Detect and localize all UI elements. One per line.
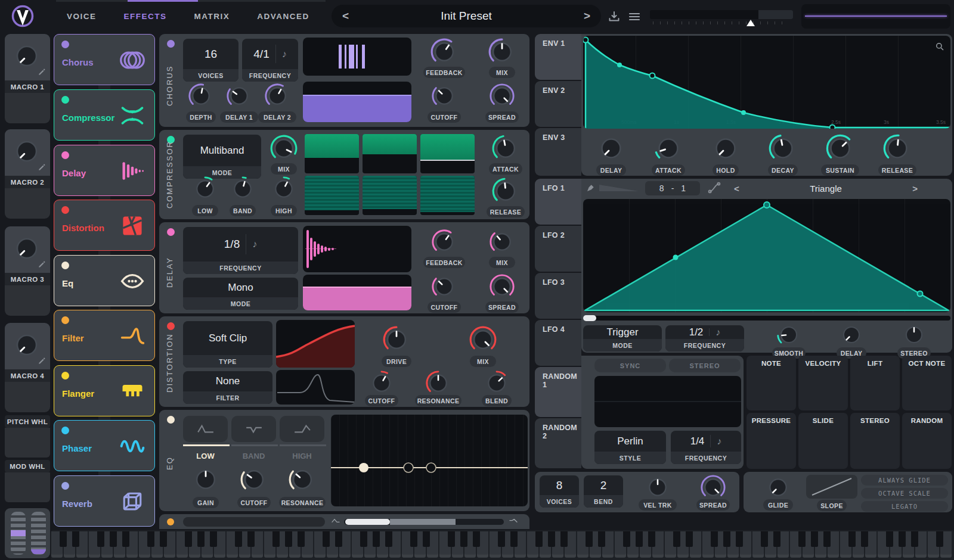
value[interactable]: Soft Clip bbox=[183, 321, 272, 355]
value[interactable]: Multiband bbox=[183, 135, 261, 166]
tab-voice[interactable]: VOICE bbox=[67, 12, 97, 21]
preset-browser[interactable]: < Init Preset > bbox=[332, 5, 601, 27]
black-key[interactable] bbox=[160, 531, 167, 547]
knob-delay-2[interactable] bbox=[264, 82, 291, 110]
save-icon[interactable] bbox=[607, 10, 621, 24]
preset-next-button[interactable]: > bbox=[584, 10, 590, 23]
tab-advanced[interactable]: ADVANCED bbox=[257, 12, 309, 21]
effect-tile-reverb[interactable]: Reverb bbox=[54, 475, 155, 527]
button-octave-scale[interactable]: OCTAVE SCALE bbox=[861, 488, 948, 499]
knob-drive[interactable] bbox=[382, 325, 411, 354]
filter-blend-slider[interactable] bbox=[344, 519, 504, 525]
black-key[interactable] bbox=[798, 531, 806, 547]
black-key[interactable] bbox=[673, 531, 680, 547]
knob-band[interactable] bbox=[229, 175, 256, 203]
tab-matrix[interactable]: MATRIX bbox=[194, 12, 230, 21]
magnifier-icon[interactable] bbox=[934, 41, 945, 52]
black-key[interactable] bbox=[373, 531, 380, 547]
vital-logo[interactable] bbox=[10, 4, 36, 30]
eq-band-button-band[interactable] bbox=[231, 416, 276, 442]
black-key[interactable] bbox=[823, 531, 831, 547]
chorus-delay-display[interactable] bbox=[303, 38, 411, 76]
power-indicator[interactable] bbox=[167, 518, 174, 525]
compressor-band-display[interactable] bbox=[305, 134, 475, 215]
black-key[interactable] bbox=[110, 531, 117, 547]
knob-release[interactable] bbox=[491, 176, 521, 206]
black-key[interactable] bbox=[911, 531, 918, 547]
eq-band-label-high[interactable]: HIGH bbox=[280, 452, 324, 461]
eq-band-label-low[interactable]: LOW bbox=[183, 452, 228, 461]
effect-tile-distortion[interactable]: Distortion bbox=[54, 200, 155, 251]
black-key[interactable] bbox=[210, 531, 217, 547]
macro-mod-zone[interactable] bbox=[5, 382, 50, 412]
knob-feedback[interactable] bbox=[429, 37, 459, 67]
mod-source-random[interactable]: RANDOM bbox=[902, 413, 952, 469]
chorus-filter-display[interactable] bbox=[303, 82, 411, 122]
black-key[interactable] bbox=[60, 531, 67, 547]
knob-blend[interactable] bbox=[483, 369, 510, 397]
value[interactable]: 16 bbox=[183, 39, 238, 69]
control-voices[interactable]: 16VOICES bbox=[183, 39, 238, 82]
delay-filter-display[interactable] bbox=[303, 275, 411, 310]
value[interactable]: 8 bbox=[540, 475, 579, 495]
black-key[interactable] bbox=[535, 531, 543, 547]
knob-feedback[interactable] bbox=[430, 228, 458, 256]
tab-lfo-4[interactable]: LFO 4 bbox=[535, 320, 581, 366]
black-key[interactable] bbox=[899, 531, 906, 547]
knob-delay[interactable] bbox=[596, 133, 627, 164]
lfo-preview-wedge[interactable] bbox=[598, 182, 641, 194]
black-key[interactable] bbox=[560, 531, 568, 547]
black-key[interactable] bbox=[185, 531, 192, 547]
lfo-display[interactable] bbox=[583, 199, 950, 312]
mod-source-pressure[interactable]: PRESSURE bbox=[747, 413, 796, 469]
control-frequency[interactable]: 4/1♪FREQUENCY bbox=[242, 39, 298, 82]
knob-spread[interactable] bbox=[488, 273, 516, 300]
eq-band-button-low[interactable] bbox=[183, 416, 228, 442]
lfo-grid-selector[interactable]: 8-1 bbox=[645, 181, 700, 195]
knob-spread[interactable] bbox=[488, 82, 516, 110]
knob-stereo[interactable] bbox=[901, 322, 927, 348]
power-indicator[interactable] bbox=[61, 206, 69, 214]
black-key[interactable] bbox=[498, 531, 505, 547]
lfo-shape-selector[interactable]: <Triangle> bbox=[727, 181, 925, 195]
knob-vel-trk[interactable] bbox=[644, 474, 671, 501]
knob-mix[interactable] bbox=[488, 228, 516, 256]
eq-frequency-display[interactable] bbox=[331, 415, 528, 506]
knob-cutoff[interactable] bbox=[430, 82, 458, 110]
eq-band-label-band[interactable]: BAND bbox=[231, 452, 276, 461]
black-key[interactable] bbox=[736, 531, 743, 547]
black-key[interactable] bbox=[648, 531, 655, 547]
value[interactable]: 4/1♪ bbox=[242, 39, 298, 69]
black-key[interactable] bbox=[410, 531, 417, 547]
black-key[interactable] bbox=[586, 531, 593, 547]
tab-random-2[interactable]: RANDOM 2 bbox=[535, 418, 581, 468]
lfo-progress-bar[interactable] bbox=[583, 316, 950, 321]
knob-delay[interactable] bbox=[838, 322, 865, 348]
mod-source-stereo[interactable]: STEREO bbox=[850, 413, 900, 469]
button-legato[interactable]: LEGATO bbox=[861, 501, 948, 512]
control-filter[interactable]: NoneFILTER bbox=[183, 371, 272, 404]
black-key[interactable] bbox=[72, 531, 79, 547]
black-key[interactable] bbox=[761, 531, 768, 547]
power-indicator[interactable] bbox=[167, 228, 175, 236]
knob-low[interactable] bbox=[191, 175, 219, 203]
black-key[interactable] bbox=[448, 531, 455, 547]
black-key[interactable] bbox=[323, 531, 330, 547]
power-indicator[interactable] bbox=[167, 40, 175, 48]
knob-delay-1[interactable] bbox=[225, 82, 253, 110]
mod-source-slide[interactable]: SLIDE bbox=[798, 413, 848, 469]
random-display[interactable] bbox=[594, 376, 741, 427]
slope-display[interactable] bbox=[806, 475, 857, 499]
value[interactable]: 1/4♪ bbox=[671, 431, 741, 452]
delay-feedback-display[interactable] bbox=[303, 226, 411, 272]
knob-cutoff[interactable] bbox=[239, 465, 269, 494]
mod-source-velocity[interactable]: VELOCITY bbox=[798, 356, 848, 410]
control-bend[interactable]: 2BEND bbox=[584, 475, 623, 508]
black-key[interactable] bbox=[510, 531, 518, 547]
control-style[interactable]: PerlinSTYLE bbox=[594, 431, 666, 464]
knob-spread[interactable] bbox=[699, 474, 727, 501]
power-indicator[interactable] bbox=[61, 96, 69, 104]
lfo-progress-handle[interactable] bbox=[583, 315, 596, 321]
value[interactable]: Perlin bbox=[594, 431, 666, 452]
effect-tile-chorus[interactable]: Chorus bbox=[54, 34, 155, 85]
